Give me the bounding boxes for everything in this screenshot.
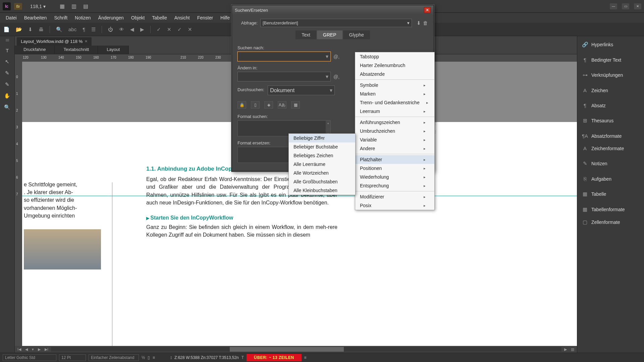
mi-leerraum[interactable]: Leerraum xyxy=(355,107,434,116)
window-close[interactable]: ✕ xyxy=(634,3,641,9)
panel-bedingter-text[interactable]: ¶Bedingter Text xyxy=(577,54,644,66)
doc-tab[interactable]: Layout_Workflow.indd @ 118 % ✕ xyxy=(17,37,92,46)
doc-tab-close-icon[interactable]: ✕ xyxy=(85,39,88,44)
query-combo[interactable]: [Benutzerdefiniert]▾ xyxy=(260,19,412,27)
opt-case-icon[interactable]: ▦ xyxy=(291,101,300,109)
mi-posix[interactable]: Posix xyxy=(355,201,434,210)
note-tool-icon[interactable]: ✎ xyxy=(3,69,12,77)
find-special-icon[interactable]: @, xyxy=(333,54,339,59)
menu-tabelle[interactable]: Tabelle xyxy=(150,14,169,22)
menu-schrift[interactable]: Schrift xyxy=(52,14,70,22)
find-input[interactable]: ▾ xyxy=(237,52,331,61)
panel-thesaurus[interactable]: ⊞Thesaurus xyxy=(577,114,644,127)
tb-accept2-icon[interactable]: ✓ xyxy=(177,26,182,33)
align-icon[interactable]: ≡ xyxy=(153,355,155,360)
opt-locked-icon[interactable]: 🔒 xyxy=(237,101,246,109)
panel-notizen[interactable]: ✎Notizen xyxy=(577,157,644,170)
menu-ansicht[interactable]: Ansicht xyxy=(172,14,192,22)
mi-alle-leerraeume[interactable]: Alle Leerräume xyxy=(289,160,355,169)
panel-aufgaben[interactable]: ⎘Aufgaben xyxy=(577,173,644,185)
zoom-dropdown[interactable]: 118,1 ▾ xyxy=(29,3,52,10)
tb-eye-icon[interactable]: 👁 xyxy=(119,26,124,32)
mi-andere[interactable]: Andere xyxy=(355,144,434,153)
panel-absatz[interactable]: ¶Absatz xyxy=(577,99,644,112)
mi-alle-grossbuchstaben[interactable]: Alle Großbuchstaben xyxy=(289,177,355,186)
tb-find-icon[interactable]: 🔍 xyxy=(56,26,62,33)
more-icon[interactable]: ≡ xyxy=(304,355,307,360)
menu-aenderungen[interactable]: Änderungen xyxy=(96,14,126,22)
tb-para-icon[interactable]: ¶ xyxy=(83,26,85,32)
mi-entsprechung[interactable]: Entsprechung xyxy=(355,181,434,190)
page-nav-scroll[interactable]: I◀ ◀ ▾ ▶ ▶I ▶ ▥ xyxy=(15,346,577,353)
dialog-close-button[interactable]: ✕ xyxy=(424,7,431,13)
menu-notizen[interactable]: Notizen xyxy=(72,14,93,22)
mi-alle-kleinbuchstaben[interactable]: Alle Kleinbuchstaben xyxy=(289,186,355,195)
panel-tabelle[interactable]: ▦Tabelle xyxy=(577,188,644,200)
direct-select-icon[interactable]: ↖ xyxy=(3,58,12,66)
panel-zellenformate[interactable]: ▢Zellenformate xyxy=(577,216,644,229)
tb-new-icon[interactable]: 📄 xyxy=(3,26,10,33)
leading-select[interactable]: Einfacher Zeilenabstand xyxy=(89,354,139,361)
tb-reject-icon[interactable]: ✕ xyxy=(167,26,171,33)
menu-datei[interactable]: Datei xyxy=(3,14,19,22)
tab-grep[interactable]: GREP xyxy=(317,31,342,39)
mi-absatzende[interactable]: Absatzende xyxy=(355,70,434,78)
panel-hyperlinks[interactable]: 🔗Hyperlinks xyxy=(577,38,644,51)
mi-beliebige-ziffer[interactable]: Beliebige Ziffer xyxy=(289,134,355,142)
panel-zeichenformate[interactable]: AZeichenformate xyxy=(577,142,644,155)
viewtab-layout[interactable]: Layout xyxy=(98,46,129,54)
prev-page-icon[interactable]: ◀ xyxy=(24,347,29,352)
hscroll-thumb[interactable] xyxy=(230,347,344,352)
dock-toggle[interactable] xyxy=(6,39,9,42)
window-min[interactable]: — xyxy=(610,3,617,9)
layout-icon-1[interactable]: ▦ xyxy=(60,3,65,9)
mi-marken[interactable]: Marken xyxy=(355,89,434,98)
panel-zeichen[interactable]: AZeichen xyxy=(577,84,644,97)
tb-next-icon[interactable]: ▶ xyxy=(140,26,144,33)
tb-prev-icon[interactable]: ◀ xyxy=(130,26,134,33)
mi-modifizierer[interactable]: Modifizierer xyxy=(355,192,434,201)
scroll-right-icon[interactable]: ▶ xyxy=(563,347,568,352)
frac-icon[interactable]: ½ xyxy=(142,355,145,360)
tb-save-icon[interactable]: ⬇ xyxy=(28,26,33,33)
layout-icon-2[interactable]: ▥ xyxy=(71,3,76,9)
tb-reject2-icon[interactable]: ✕ xyxy=(188,26,192,33)
tb-power-icon[interactable]: ⏻ xyxy=(108,26,113,32)
mi-alle-wortzeichen[interactable]: Alle Wortzeichen xyxy=(289,169,355,177)
mi-beliebiges-zeichen[interactable]: Beliebiges Zeichen xyxy=(289,151,355,160)
first-page-icon[interactable]: I◀ xyxy=(16,347,22,352)
mi-harter-zeilenumbruch[interactable]: Harter Zeilenumbruch xyxy=(355,61,434,70)
last-page-icon[interactable]: ▶I xyxy=(43,347,50,352)
mi-trenn[interactable]: Trenn- und Gedankenstriche xyxy=(355,98,434,107)
mi-platzhalter[interactable]: Platzhalter xyxy=(355,155,434,164)
mi-umbruch[interactable]: Umbruchzeichen xyxy=(355,127,434,135)
replace-special-icon[interactable]: @, xyxy=(333,74,339,79)
hand-tool-icon[interactable]: ✋ xyxy=(3,92,12,100)
mi-anfuehrung[interactable]: Anführungszeichen xyxy=(355,118,434,127)
layout-icon-3[interactable]: ▤ xyxy=(83,3,88,9)
tb-open-icon[interactable]: 📂 xyxy=(16,26,22,33)
panel-tabellenformate[interactable]: ▦Tabellenformate xyxy=(577,203,644,216)
viewtab-textabschnitt[interactable]: Textabschnitt xyxy=(55,46,98,54)
tab-text[interactable]: Text xyxy=(296,31,316,39)
panel-absatzformate[interactable]: ¶AAbsatzformate xyxy=(577,130,644,142)
save-query-icon[interactable]: ⬇ xyxy=(417,20,421,26)
mi-tabstopp[interactable]: Tabstopp xyxy=(355,52,434,61)
mi-positionen[interactable]: Positionen xyxy=(355,164,434,173)
zoom-tool-icon[interactable]: 🔍 xyxy=(3,103,12,111)
tb-accept-icon[interactable]: ✓ xyxy=(157,26,161,33)
mi-beliebiger-buchstabe[interactable]: Beliebiger Buchstabe xyxy=(289,142,355,151)
menu-objekt[interactable]: Objekt xyxy=(129,14,147,22)
delete-query-icon[interactable]: 🗑 xyxy=(423,20,428,26)
menu-fenster[interactable]: Fenster xyxy=(195,14,215,22)
mi-variable[interactable]: Variable xyxy=(355,135,434,144)
opt-hidden-icon[interactable]: ◈ xyxy=(264,101,273,109)
bridge-badge[interactable]: Br xyxy=(14,3,22,10)
replace-input[interactable]: ▾ xyxy=(237,72,331,81)
scope-combo[interactable]: Dokument▾ xyxy=(268,85,335,95)
opt-footnotes-icon[interactable]: ▯ xyxy=(251,101,260,109)
panel-verknuepfungen[interactable]: ⊶Verknüpfungen xyxy=(577,69,644,81)
tb-print-icon[interactable]: 🖶 xyxy=(39,26,44,32)
next-page-icon[interactable]: ▶ xyxy=(37,347,42,352)
type-tool-icon[interactable]: T xyxy=(3,46,12,54)
